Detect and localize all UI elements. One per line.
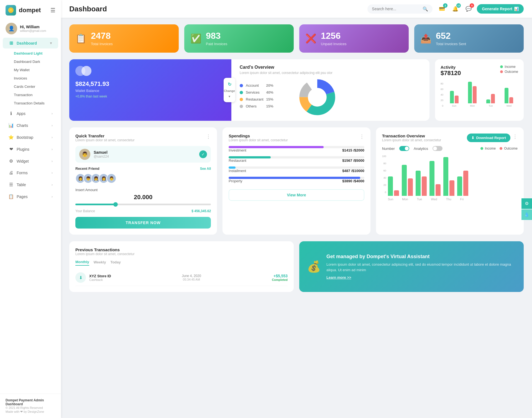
transfer-btn-label: TRANSFER NOW: [126, 220, 161, 225]
tab-weekly[interactable]: Weekly: [94, 260, 106, 265]
pie-chart: [299, 79, 335, 115]
number-label: Number: [382, 147, 395, 151]
paid-invoices-num: 983: [206, 31, 227, 41]
search-bar: 🔍: [367, 4, 433, 14]
chevron-right-icon: ›: [52, 147, 53, 151]
person-avatar: 👨: [79, 149, 90, 160]
tab-monthly[interactable]: Monthly: [75, 260, 89, 266]
sidebar-item-forms[interactable]: 🖨 Forms ›: [3, 168, 58, 178]
outcome-bar-mon: [473, 86, 477, 103]
dot-restaurant: [240, 98, 243, 101]
outcome-bar-tue: [491, 94, 495, 103]
sidebar-sub-my-wallet[interactable]: My Wallet: [11, 66, 61, 74]
transfer-person: 👨 Samuel @sam224 ✓: [75, 146, 211, 163]
tab-today[interactable]: Today: [110, 260, 121, 265]
bar-groups: Sun Mon: [445, 82, 518, 107]
sidebar-item-label: Forms: [17, 171, 28, 175]
view-more-button[interactable]: View More: [229, 189, 364, 201]
chat-badge: 5: [470, 3, 474, 8]
forms-icon: 🖨: [8, 170, 14, 175]
svg-point-4: [309, 89, 326, 106]
txn-sub: Cashback: [89, 278, 111, 281]
dot-account: [240, 84, 243, 87]
sidebar-item-charts[interactable]: 📊 Charts ›: [3, 120, 58, 131]
bell-icon-btn[interactable]: 🔔 12: [450, 4, 460, 14]
va-desc: Lorem ipsum dolor sit amet, consectetur …: [326, 262, 516, 273]
bars-mon: [468, 82, 477, 103]
sidebar-sub-transaction-details[interactable]: Transaction Details: [11, 99, 61, 107]
download-report-button[interactable]: ⬇ Download Report: [467, 134, 510, 142]
friend-avatar-5[interactable]: 👨: [106, 173, 116, 183]
water-float-button[interactable]: 💧: [521, 209, 532, 220]
total-invoices-icon: 📋: [75, 33, 86, 44]
txn-income-wed: [429, 161, 434, 196]
sidebar-item-label: Table: [17, 183, 26, 187]
sidebar-item-label: Widget: [17, 159, 29, 163]
activity-title: Activity: [441, 65, 461, 70]
property-fill: [229, 177, 360, 179]
bell-badge: 12: [456, 3, 461, 8]
property-amount: $3890 /$4000: [342, 179, 364, 183]
paid-invoices-label: Paid Invoices: [206, 42, 227, 46]
search-input[interactable]: [372, 7, 420, 11]
property-track: [229, 177, 364, 179]
sidebar-sub-transaction[interactable]: Transaction: [11, 91, 61, 99]
sidebar-sub-dashboard-light[interactable]: Dashboard Light: [11, 49, 61, 57]
spendings-more-icon[interactable]: ⋮: [359, 134, 364, 140]
txn-x-labels: SunMonTueWedThuFri: [388, 198, 518, 201]
analytics-toggle[interactable]: [433, 146, 443, 151]
sidebar-sub-cards-center[interactable]: Cards Center: [11, 83, 61, 91]
chat-icon-btn[interactable]: 💬 5: [464, 4, 474, 14]
bars-sun: [450, 91, 459, 103]
wallet-icon-btn[interactable]: 💳 2: [437, 4, 447, 14]
sidebar-sub-dashboard-dark[interactable]: Dashboard Dark: [11, 58, 61, 66]
txn-time: 05:34:45 AM: [114, 278, 268, 281]
restaurant-name: Restaurant: [229, 158, 246, 163]
activity-bar-chart: 806040200 Sun: [441, 82, 518, 107]
va-widget: 💰 Get managed by Dompet's Virtual Assist…: [299, 241, 524, 292]
property-name: Property: [229, 179, 242, 183]
header: Dashboard 🔍 💳 2 🔔 12 💬 5 Generate Report…: [61, 0, 532, 18]
hamburger-icon[interactable]: ☰: [50, 7, 55, 14]
wallet-badge: 2: [443, 3, 447, 8]
see-all-link[interactable]: See All: [200, 167, 211, 171]
quick-transfer-widget: Quick Transfer Lorem ipsum dolor sit ame…: [69, 127, 217, 235]
amount-value: 20.000: [75, 194, 211, 201]
sidebar-item-apps[interactable]: ℹ Apps ›: [3, 108, 58, 119]
wallet-change-button[interactable]: ↻ Change ▾: [224, 78, 235, 102]
txn-more-icon[interactable]: ⋮: [513, 134, 518, 140]
sidebar-item-label: Bootstrap: [17, 135, 33, 140]
sidebar-item-dashboard[interactable]: ⊞ Dashboard ▼: [3, 38, 58, 48]
txn-outcome-thu: [449, 180, 454, 196]
income-label: Income: [505, 65, 515, 69]
total-sent-label: Total Invoices Sent: [436, 42, 466, 46]
txn-overview-desc: Lorem ipsum dolor sit amet, consectetur: [382, 138, 441, 142]
number-toggle[interactable]: [399, 146, 409, 151]
income-bar-tue: [486, 99, 490, 103]
total-sent-num: 652: [436, 31, 466, 41]
chevron-right-icon: ›: [52, 195, 53, 199]
va-learn-more-link[interactable]: Learn more >>: [326, 275, 516, 279]
transfer-now-button[interactable]: TRANSFER NOW: [75, 217, 211, 229]
more-options-icon[interactable]: ⋮: [206, 134, 211, 140]
slider-thumb[interactable]: [113, 202, 118, 207]
search-icon[interactable]: 🔍: [423, 6, 428, 12]
outcome-dot: [500, 70, 503, 73]
footer-made: Made with ❤ by DesignZone: [6, 410, 55, 414]
sidebar-item-widget[interactable]: ⚙ Widget ›: [3, 156, 58, 166]
generate-report-button[interactable]: Generate Report 📊: [477, 4, 524, 14]
sidebar-item-pages[interactable]: 📋 Pages ›: [3, 191, 58, 202]
bootstrap-icon: ⭐: [8, 135, 14, 140]
mid-row: $824,571.93 Wallet Balance +0,8% than la…: [69, 59, 524, 121]
txn-outcome-fri: [463, 171, 468, 196]
sidebar-sub-invoices[interactable]: Invoices: [11, 74, 61, 82]
sidebar-item-plugins[interactable]: ❤ Plugins ›: [3, 144, 58, 155]
spendings-header: Spendings Lorem ipsum dolor sit amet, co…: [229, 134, 364, 146]
txn-bars-fri: [457, 171, 468, 196]
settings-float-button[interactable]: ⚙: [521, 198, 532, 209]
sidebar-item-bootstrap[interactable]: ⭐ Bootstrap ›: [3, 132, 58, 143]
sidebar-item-table[interactable]: ☰ Table ›: [3, 179, 58, 190]
label-wed: Wed: [507, 104, 511, 107]
recent-friends-header: Recent Friend See All: [75, 166, 211, 171]
txn-big-bar-chart: [388, 157, 518, 196]
